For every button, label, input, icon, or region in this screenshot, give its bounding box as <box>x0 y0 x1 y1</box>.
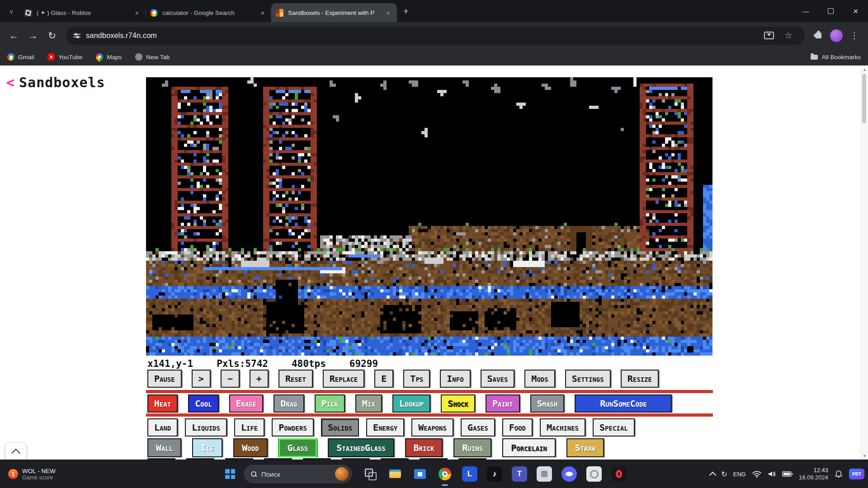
category-button-special[interactable]: Special <box>593 418 635 436</box>
tool-button-mix[interactable]: Mix <box>355 394 382 413</box>
taskbar-icon-teams[interactable]: T <box>512 466 527 482</box>
taskbar-widget[interactable]: 1 WOL - NEW Game score <box>5 460 59 488</box>
element-button-ice[interactable]: Ice <box>192 438 222 457</box>
forward-button[interactable]: → <box>24 26 42 45</box>
extensions-icon[interactable] <box>809 27 827 45</box>
wifi-icon[interactable] <box>752 470 762 478</box>
menu-button-saves[interactable]: Saves <box>481 370 515 388</box>
volume-icon[interactable] <box>768 470 776 478</box>
sync-icon[interactable]: ↻ <box>721 470 727 479</box>
menu-button-settings[interactable]: Settings <box>565 370 611 388</box>
taskbar-icon-chrome[interactable] <box>437 466 453 482</box>
tab-calculator-google-search[interactable]: calculator - Google Search× <box>146 3 271 22</box>
bookmark-new-tab[interactable]: New Tab <box>135 53 170 61</box>
menu-button-replace[interactable]: Replace <box>323 370 365 388</box>
category-button-energy[interactable]: Energy <box>366 418 404 436</box>
category-button-weapons[interactable]: Weapons <box>411 418 453 436</box>
menu-button-mods[interactable]: Mods <box>524 370 555 388</box>
taskbar-icon-store[interactable] <box>412 466 428 482</box>
address-bar[interactable]: sandboxels.r74n.com ☆ <box>66 27 805 45</box>
tab-sandboxels-experiment-with-p[interactable]: Sandboxels - Experiment with P× <box>271 3 397 22</box>
category-button-gases[interactable]: Gases <box>461 418 495 436</box>
tab-close-icon[interactable]: × <box>133 9 141 17</box>
new-tab-button[interactable]: + <box>399 4 413 19</box>
game-canvas[interactable] <box>146 77 712 356</box>
element-button-ruins[interactable]: Ruins <box>453 438 491 457</box>
bookmark-youtube[interactable]: YouTube <box>47 53 82 61</box>
category-button-land[interactable]: Land <box>147 418 178 436</box>
taskbar-icon-discord[interactable] <box>561 466 577 482</box>
menu-button-item[interactable]: > <box>192 370 211 388</box>
tool-button-smash[interactable]: Smash <box>530 394 565 413</box>
start-button[interactable] <box>222 466 238 482</box>
taskbar-icon-tiktok[interactable]: ♪ <box>487 466 502 482</box>
tool-button-runsomecode[interactable]: RunSomeCode <box>575 394 672 413</box>
taskbar-icon-explorer[interactable] <box>387 466 403 482</box>
element-button-stainedglass[interactable]: StainedGlass <box>328 438 394 457</box>
taskbar-icon-app2[interactable] <box>586 466 602 482</box>
minimize-button[interactable]: — <box>793 0 818 22</box>
element-button-wall[interactable]: Wall <box>147 438 181 457</box>
taskbar-icon-taskview[interactable] <box>363 466 378 482</box>
tab-glass-roblox[interactable]: ( ✦ ) Glass - Roblox× <box>20 3 146 22</box>
install-app-icon[interactable] <box>764 32 774 39</box>
bookmark-maps[interactable]: Maps <box>96 53 122 61</box>
search-highlight-image[interactable] <box>335 467 349 481</box>
taskbar-search[interactable]: Поиск <box>244 465 352 483</box>
page-scrollbar[interactable]: ▲ ▼ <box>861 66 868 460</box>
clock[interactable]: 12:43 16.09.2024 <box>799 467 828 481</box>
element-button-wood[interactable]: Wood <box>233 438 267 457</box>
close-button[interactable]: × <box>843 0 868 22</box>
tool-button-cool[interactable]: Cool <box>188 394 218 413</box>
scrollbar-up-arrow[interactable]: ▲ <box>861 67 868 72</box>
element-button-porcelain[interactable]: Porcelain <box>502 438 555 457</box>
bookmark-star-icon[interactable]: ☆ <box>779 27 797 45</box>
taskbar-icon-app1[interactable] <box>537 466 552 482</box>
menu-button-tps[interactable]: Tps <box>403 370 430 388</box>
category-button-life[interactable]: Life <box>234 418 264 436</box>
menu-button-e[interactable]: E <box>374 370 393 388</box>
bookmark-gmail[interactable]: Gmail <box>7 53 34 61</box>
battery-icon[interactable] <box>782 471 793 477</box>
scrollbar-thumb[interactable] <box>862 74 866 123</box>
tool-button-paint[interactable]: Paint <box>486 394 520 413</box>
tray-app-badge[interactable]: PRT <box>849 469 864 479</box>
menu-button-info[interactable]: Info <box>440 370 470 388</box>
element-button-glass[interactable]: Glass <box>278 438 317 457</box>
category-button-machines[interactable]: Machines <box>540 418 585 436</box>
category-button-powders[interactable]: Powders <box>272 418 314 436</box>
tool-button-shock[interactable]: Shock <box>441 394 475 413</box>
element-button-brick[interactable]: Brick <box>405 438 443 457</box>
profile-avatar[interactable] <box>827 27 845 45</box>
category-button-food[interactable]: Food <box>502 418 533 436</box>
reload-button[interactable]: ↻ <box>42 26 61 45</box>
tool-button-pick[interactable]: Pick <box>315 394 345 413</box>
menu-button-resize[interactable]: Resize <box>621 370 659 388</box>
tool-button-lookup[interactable]: Lookup <box>392 394 430 413</box>
site-settings-icon[interactable] <box>73 33 80 39</box>
element-button-straw[interactable]: Straw <box>566 438 604 457</box>
language-indicator[interactable]: ENG <box>733 471 746 478</box>
menu-button-item[interactable]: − <box>221 370 240 388</box>
category-button-solids[interactable]: Solids <box>321 418 359 436</box>
scroll-to-top-button[interactable] <box>5 443 26 460</box>
tool-button-drag[interactable]: Drag <box>274 394 304 413</box>
notifications-bell-icon[interactable] <box>834 470 843 478</box>
taskbar-icon-lapp[interactable]: L <box>462 466 477 482</box>
menu-button-pause[interactable]: Pause <box>147 370 182 388</box>
category-button-liquids[interactable]: Liquids <box>185 418 227 436</box>
maximize-button[interactable] <box>818 0 843 22</box>
scrollbar-down-arrow[interactable]: ▼ <box>861 454 868 458</box>
tab-close-icon[interactable]: × <box>259 9 267 17</box>
tab-close-icon[interactable]: × <box>384 9 392 17</box>
menu-button-item[interactable]: + <box>250 370 269 388</box>
menu-dots-icon[interactable]: ⋮ <box>845 27 863 45</box>
tool-button-heat[interactable]: Heat <box>147 394 178 413</box>
hidden-icons-chevron[interactable] <box>709 472 717 479</box>
sandboxels-logo[interactable]: < Sandboxels <box>6 75 105 90</box>
menu-button-reset[interactable]: Reset <box>278 370 313 388</box>
all-bookmarks-button[interactable]: All Bookmarks <box>811 54 861 61</box>
tab-search-button[interactable]: ∨ <box>5 4 18 19</box>
back-button[interactable]: ← <box>5 26 24 45</box>
taskbar-icon-opera[interactable] <box>611 466 627 482</box>
